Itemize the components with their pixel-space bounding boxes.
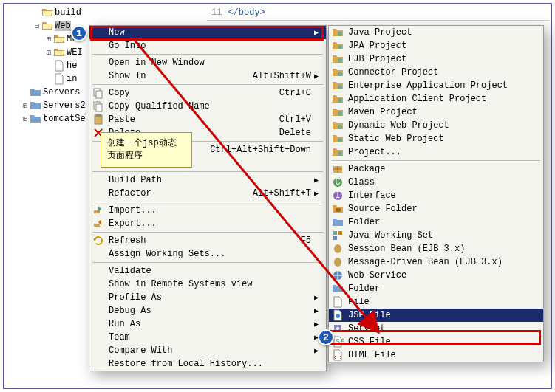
menu-item[interactable]: Copy Qualified Name [89, 100, 326, 113]
svg-point-14 [338, 138, 342, 142]
menu-item[interactable]: Java Project [329, 26, 543, 39]
menu-item[interactable]: JSP File [329, 309, 543, 322]
context-menu[interactable]: New▶Go IntoOpen in New WindowShow InAlt+… [89, 25, 327, 371]
new-submenu[interactable]: Java ProjectJPA ProjectEJB ProjectConnec… [328, 25, 544, 362]
menu-item[interactable]: Connector Project [329, 66, 543, 79]
copy-icon [91, 100, 106, 112]
tree-label: he [67, 61, 77, 71]
menu-separator [92, 262, 323, 263]
menu-item[interactable]: Build Path▶ [89, 173, 326, 187]
tree-toggle[interactable]: ⊞ [21, 101, 30, 110]
menu-label: Project... [345, 147, 528, 157]
menu-item[interactable]: CopyCtrl+C [89, 86, 326, 100]
menu-item[interactable]: Application Client Project [329, 92, 543, 106]
menu-item[interactable]: Java Working Set [329, 229, 543, 242]
menu-item[interactable]: PasteCtrl+V [89, 113, 326, 126]
menu-item[interactable]: Folder [329, 216, 543, 229]
menu-label: New [106, 27, 311, 38]
copy-icon [91, 87, 106, 99]
menu-label: Folder [345, 217, 528, 227]
menu-item[interactable]: Open in New Window [89, 56, 326, 69]
menu-item[interactable]: Debug As▶ [89, 304, 326, 317]
menu-item[interactable]: Run As▶ [89, 317, 326, 331]
menu-label: Application Client Project [345, 94, 528, 104]
menu-item[interactable]: EJB Project [329, 52, 543, 66]
menu-item[interactable]: Profile As▶ [89, 291, 326, 304]
menu-shortcut: Delete [279, 128, 314, 138]
proj-icon [330, 120, 345, 131]
menu-item[interactable]: Assign Working Sets... [89, 247, 326, 261]
menu-item[interactable]: RefreshF5 [89, 234, 326, 247]
menu-item[interactable]: Folder [329, 282, 543, 295]
proj-icon [330, 146, 345, 158]
menu-item[interactable]: Project... [329, 145, 543, 159]
menu-item[interactable]: Team▶ [89, 331, 326, 344]
paste-icon [91, 114, 106, 125]
tree-toggle[interactable]: ⊞ [21, 114, 30, 123]
tree-item[interactable]: build [6, 6, 124, 19]
menu-label: Restore from Local History... [106, 359, 311, 369]
menu-label: Go Into [106, 41, 311, 51]
blank-icon [91, 318, 106, 330]
menu-item[interactable]: RefactorAlt+Shift+T▶ [89, 187, 326, 200]
menu-item[interactable]: Web Service [329, 269, 543, 282]
menu-item[interactable]: Maven Project [329, 106, 543, 119]
folder-icon [330, 283, 345, 295]
menu-item[interactable]: Session Bean (EJB 3.x) [329, 242, 543, 255]
menu-item[interactable]: Show in Remote Systems view [89, 278, 326, 291]
menu-label: Paste [106, 114, 279, 125]
menu-item[interactable]: cssCSS File [329, 335, 543, 348]
menu-separator [92, 232, 323, 233]
blank-icon [91, 70, 106, 82]
proj-icon [330, 53, 345, 65]
menu-item[interactable]: Package [329, 162, 543, 176]
tree-toggle[interactable]: ⊞ [44, 35, 53, 44]
menu-item[interactable]: IInterface [329, 189, 543, 202]
menu-separator [92, 54, 323, 55]
menu-label: Copy Qualified Name [106, 101, 311, 111]
tree-label: Web [55, 21, 71, 31]
submenu-arrow: ▶ [314, 28, 321, 37]
menu-item[interactable]: Show InAlt+Shift+W▶ [89, 69, 326, 83]
menu-item[interactable]: Servlet [329, 322, 543, 335]
tree-label: in [67, 74, 77, 84]
menu-item[interactable]: Enterprise Application Project [329, 79, 543, 92]
menu-item[interactable]: Import... [89, 204, 326, 217]
svg-point-25 [334, 244, 341, 253]
menu-item[interactable]: Validate [89, 264, 326, 278]
refresh-icon [91, 235, 106, 247]
annotation-line2: 页面程序 [107, 150, 185, 162]
menu-item[interactable]: Dynamic Web Project [329, 119, 543, 132]
svg-point-15 [338, 151, 342, 156]
menu-item[interactable]: JPA Project [329, 39, 543, 52]
menu-item[interactable]: HTML File [329, 348, 543, 362]
menu-label: Refresh [106, 235, 301, 246]
menu-item[interactable]: Go Into [89, 39, 326, 52]
menu-item[interactable]: New▶ [89, 26, 326, 39]
menu-label: Run As [106, 319, 311, 329]
menu-item[interactable]: Restore from Local History... [89, 357, 326, 371]
menu-item[interactable]: Static Web Project [329, 132, 543, 145]
tree-label: Servers [43, 87, 80, 97]
menu-item[interactable]: Message-Driven Bean (EJB 3.x) [329, 255, 543, 269]
svg-rect-24 [333, 236, 337, 240]
folder-icon [30, 100, 41, 111]
tree-label: WEI [67, 47, 83, 58]
menu-item[interactable]: Source Folder [329, 202, 543, 216]
menu-shortcut: F5 [301, 235, 314, 246]
menu-label: Interface [345, 190, 528, 201]
menu-label: Team [106, 332, 311, 343]
proj-icon [330, 93, 345, 105]
code-editor[interactable]: 11</body> [207, 6, 549, 21]
menu-label: Java Project [345, 27, 528, 38]
menu-item[interactable]: Compare With▶ [89, 344, 326, 357]
folder-open-icon [53, 33, 65, 45]
svg-text:I: I [335, 190, 340, 201]
menu-item[interactable]: File [329, 295, 543, 309]
tree-toggle[interactable]: ⊟ [33, 21, 41, 30]
tree-toggle[interactable]: ⊞ [44, 48, 53, 57]
menu-item[interactable]: Export... [89, 217, 326, 230]
menu-label: Assign Working Sets... [106, 249, 311, 259]
menu-item[interactable]: CClass [329, 176, 543, 189]
svg-rect-5 [96, 114, 101, 117]
